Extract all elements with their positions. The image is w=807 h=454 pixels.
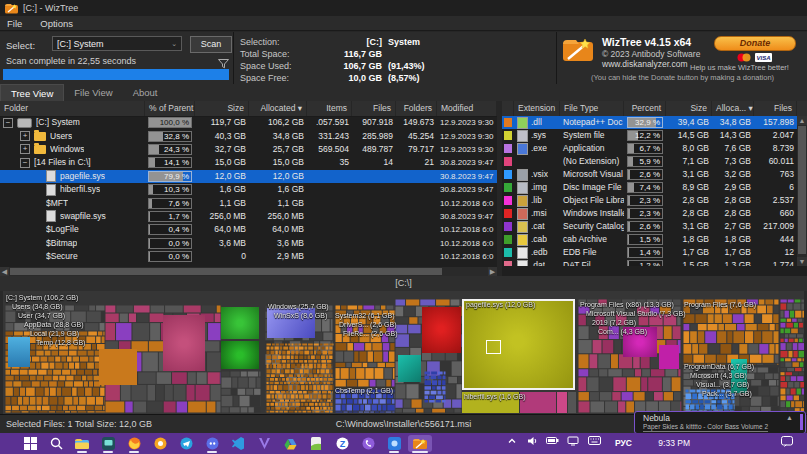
folder-row[interactable]: $Bitmap0,0 %3,6 MB3,6 MB10.12.2018 6:0: [0, 237, 497, 250]
taskbar-icon-blue-app[interactable]: [382, 435, 406, 452]
eject-icon[interactable]: ▲: [786, 414, 793, 421]
taskbar-icon-media-app[interactable]: [96, 435, 120, 452]
notification-center-icon[interactable]: [781, 436, 793, 447]
taskbar-icon-z-app[interactable]: Z: [330, 435, 354, 452]
folder-row[interactable]: hiberfil.sys10,3 %1,6 GB1,6 GB30.8.2023 …: [0, 183, 497, 196]
tab-tree-view[interactable]: Tree View: [0, 84, 64, 102]
column-header-file-type[interactable]: File Type: [560, 101, 624, 116]
extension-row[interactable]: .vsixMicrosoft Visual2,6 %3,1 GB3,2 GB76…: [502, 168, 797, 181]
taskbar-icon-notepad-plus[interactable]: [304, 435, 328, 452]
percent-bar: 0,0 %: [148, 238, 192, 249]
taskbar-icon-discord[interactable]: [200, 435, 224, 452]
chevron-down-icon: ⌄: [171, 40, 177, 48]
clock[interactable]: 9:33 PM: [658, 438, 690, 448]
column-header-items[interactable]: Items: [307, 101, 352, 116]
selection-row: Selection: [C:] System: [240, 37, 440, 49]
treemap-color-swatch: [504, 222, 512, 231]
column-header--of-parent[interactable]: % of Parent: [145, 101, 195, 116]
expand-icon[interactable]: +: [20, 131, 30, 141]
scroll-left-icon[interactable]: ◀: [0, 267, 9, 276]
taskbar-icon-telegram[interactable]: [174, 435, 198, 452]
battery-icon[interactable]: [546, 436, 559, 445]
column-header-alloca-[interactable]: Alloca... ▾: [712, 101, 754, 116]
collapse-icon[interactable]: −: [3, 118, 13, 128]
column-header-folders[interactable]: Folders: [396, 101, 437, 116]
extension-row[interactable]: .exeApplication6,7 %8,0 GB7,6 GB8.739: [502, 142, 797, 155]
scroll-down-icon[interactable]: ▼: [797, 257, 807, 266]
scrollbar-thumb[interactable]: [10, 268, 442, 275]
toolbar: Select: [C:] System ⌄ Scan Scan complete…: [0, 32, 807, 85]
filetype-cat-icon: [517, 221, 528, 233]
folder-row[interactable]: $MFT7,6 %1,1 GB1,1 GB10.12.2018 6:0: [0, 196, 497, 209]
extension-row[interactable]: .datDAT Fil1,2 %1,5 GB1,3 GB1.774: [502, 259, 797, 266]
horizontal-scrollbar[interactable]: ◀ ▶: [0, 267, 497, 276]
tab-file-view[interactable]: File View: [64, 84, 122, 101]
extension-row[interactable]: .sysSystem file12,2 %14,5 GB14,3 GB2.047: [502, 129, 797, 142]
folder-row[interactable]: swapfile.sys1,7 %256,0 MB256,0 MB30.8.20…: [0, 210, 497, 223]
menu-file[interactable]: File: [7, 18, 22, 29]
column-header-extension[interactable]: Extension: [514, 101, 560, 116]
taskbar-icon-firefox[interactable]: [122, 435, 146, 452]
expand-icon[interactable]: +: [20, 144, 30, 154]
percent-bar: 10,3 %: [148, 184, 192, 195]
donate-button[interactable]: Donate: [714, 36, 796, 51]
menu-options[interactable]: Options: [40, 18, 73, 29]
network-icon[interactable]: [567, 436, 579, 446]
extension-row[interactable]: .edbEDB File1,4 %1,7 GB1,7 GB12: [502, 246, 797, 259]
tab-about[interactable]: About: [123, 84, 168, 101]
taskbar-icon-orange-circle-app[interactable]: [148, 435, 172, 452]
taskbar-icon-vscode[interactable]: [226, 435, 250, 452]
volume-icon[interactable]: [527, 436, 539, 446]
taskbar-icon-drive[interactable]: [278, 435, 302, 452]
extension-row[interactable]: .dllNotepad++ Doc32,9 %39,4 GB34,8 GB157…: [502, 116, 797, 129]
donate-hide-note: (You can hide the Donate button by makin…: [558, 73, 807, 82]
extension-row[interactable]: .cabcab Archive1,5 %1,8 GB1,8 GB444: [502, 233, 797, 246]
column-header-size[interactable]: Size: [666, 101, 712, 116]
folder-row[interactable]: $LogFile0,4 %64,0 MB64,0 MB10.12.2018 6:…: [0, 223, 497, 236]
website-link[interactable]: www.diskanalyzer.com: [602, 59, 688, 69]
folder-row[interactable]: −[C:] System100,0 %119,7 GB106,2 GB.057.…: [0, 116, 497, 129]
taskbar-icon-file-explorer[interactable]: [70, 435, 94, 452]
taskbar-icon-wiztree[interactable]: [408, 435, 432, 452]
taskbar-icon-viber[interactable]: [356, 435, 380, 452]
column-header-swatch[interactable]: [502, 101, 514, 116]
column-header-percent[interactable]: Percent: [624, 101, 666, 116]
folder-row[interactable]: +Users32,8 %40,3 GB34,8 GB331.243285.989…: [0, 129, 497, 142]
column-header-files[interactable]: Files: [754, 101, 797, 116]
collapse-icon[interactable]: −: [20, 158, 30, 168]
tray-chevron-up-icon[interactable]: [507, 436, 517, 446]
taskbar-icon-search[interactable]: [44, 435, 68, 452]
scan-button[interactable]: Scan: [190, 36, 232, 53]
keyboard-icon[interactable]: [588, 436, 601, 445]
extension-row[interactable]: .catSecurity Catalog2,6 %3,1 GB2,7 GB217…: [502, 220, 797, 233]
column-header-allocated[interactable]: Allocated ▾: [249, 101, 307, 116]
extension-row[interactable]: .imgDisc Image File7,4 %8,9 GB2,9 GB6: [502, 181, 797, 194]
scroll-up-icon[interactable]: ▲: [797, 116, 807, 125]
treemap-color-swatch: [504, 170, 512, 179]
percent-bar: 0,4 %: [148, 224, 192, 235]
column-header-modified[interactable]: Modified: [437, 101, 497, 116]
folder-name: $MFT: [46, 197, 68, 210]
scrollbar-thumb[interactable]: [798, 126, 806, 254]
column-header-files[interactable]: Files: [352, 101, 396, 116]
extension-row[interactable]: (No Extension)5,9 %7,1 GB7,3 GB60.011: [502, 155, 797, 168]
folder-row[interactable]: pagefile.sys79,9 %12,0 GB12,0 GB30.8.202…: [0, 170, 497, 183]
folder-row[interactable]: $Secure0,0 %02,9 MB10.12.2018 6:0: [0, 250, 497, 263]
column-header-size[interactable]: Size: [195, 101, 249, 116]
scroll-right-icon[interactable]: ▶: [488, 267, 497, 276]
space-used-value: 106,7 GB: [300, 61, 382, 71]
donate-help-text: Help us make WizTree better!: [690, 63, 789, 72]
folder-row[interactable]: −[14 Files in C:\]14,1 %15,0 GB15,0 GB35…: [0, 156, 497, 169]
extension-row[interactable]: .libObject File Libra2,3 %2,8 GB2,8 GB2.…: [502, 194, 797, 207]
drive-dropdown[interactable]: [C:] System ⌄: [52, 36, 182, 51]
treemap-canvas[interactable]: [3, 291, 804, 414]
media-overlay-popup[interactable]: Nebula Paper Skies & kitttto - Color Bas…: [634, 411, 806, 434]
extension-row[interactable]: .msiWindows Installe2,3 %2,8 GB2,8 GB660: [502, 207, 797, 220]
taskbar-icon-v-app[interactable]: [252, 435, 276, 452]
taskbar-icon-start[interactable]: [18, 435, 42, 452]
keyboard-layout-indicator[interactable]: РУС: [615, 438, 632, 448]
media-volume-bar[interactable]: [800, 414, 803, 430]
column-header-folder[interactable]: Folder: [0, 101, 145, 116]
folder-row[interactable]: +Windows24,3 %32,7 GB25,7 GB569.504489.7…: [0, 143, 497, 156]
vertical-scrollbar[interactable]: ▲ ▼: [797, 116, 807, 266]
